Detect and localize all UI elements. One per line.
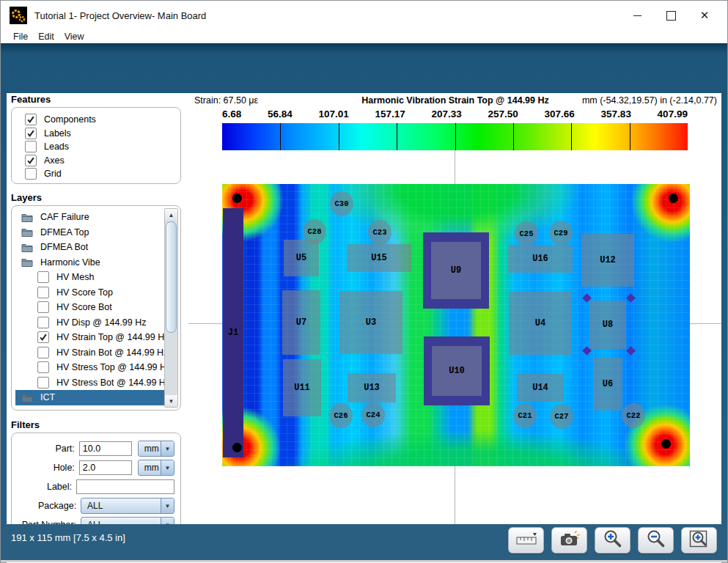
layer-row-caf-failure[interactable]: CAF Failure [15,210,177,225]
measure-button[interactable] [508,527,544,553]
checkbox-icon[interactable] [37,377,49,389]
component-u15[interactable]: U15 [347,244,411,272]
layer-row-hv-disp-144-99-hz[interactable]: HV Disp @ 144.99 Hz [15,315,177,331]
checkbox-icon[interactable] [37,301,49,313]
axis-line-left [188,323,222,324]
component-u12[interactable]: U12 [581,234,634,287]
checkbox-icon[interactable] [25,141,37,152]
layer-row-hv-strain-top-144-99-hz[interactable]: HV Strain Top @ 144.99 Hz [15,330,177,345]
layer-row-ict[interactable]: ICT [15,390,177,405]
scale-tick-label: 56.84 [268,108,293,119]
checkbox-icon[interactable] [37,361,49,373]
view-toolbar [508,527,717,553]
component-u4[interactable]: U4 [509,292,572,355]
layer-row-partial[interactable] [15,405,177,407]
feature-row-axes[interactable]: Axes [25,154,180,168]
zoom-extents-button[interactable] [681,527,717,553]
menu-item-file[interactable]: File [8,32,33,42]
layer-row-harmonic-vibe[interactable]: Harmonic Vibe [15,255,177,271]
component-u11[interactable]: U11 [283,359,321,416]
strain-heatmap-board[interactable]: J1U5U15U16U12U9U7U3U4U8U10U11U13U14U6C30… [222,184,690,466]
checkbox-icon[interactable] [37,331,49,343]
component-c28[interactable]: C28 [303,219,326,244]
layer-label: HV Strain Bot @ 144.99 Hz [56,347,168,358]
layer-row-hv-strain-bot-144-99-hz[interactable]: HV Strain Bot @ 144.99 Hz [15,345,177,361]
title-bar: Tutorial 1- Project Overview- Main Board… [1,1,727,30]
component-c26[interactable]: C26 [329,403,353,428]
component-u10[interactable]: U10 [424,336,490,405]
component-u8[interactable]: U8 [589,301,626,349]
feature-row-grid[interactable]: Grid [25,167,180,181]
feature-row-components[interactable]: Components [25,113,180,127]
zoom-out-icon [646,529,666,552]
component-u9[interactable]: U9 [423,232,489,309]
checkbox-icon[interactable] [25,128,37,139]
checkbox-icon[interactable] [37,317,49,328]
chevron-down-icon: ▼ [161,498,174,513]
menu-item-edit[interactable]: Edit [33,32,59,42]
snapshot-button[interactable] [551,527,587,553]
component-c29[interactable]: C29 [549,221,573,246]
component-c22[interactable]: C22 [622,403,645,428]
filter-input-label[interactable] [76,479,174,494]
layers-scrollbar[interactable]: ▲ ▼ [164,208,178,408]
feature-row-leads[interactable]: Leads [25,140,180,154]
component-u7[interactable]: U7 [282,290,320,355]
unit-dropdown-part[interactable]: mm▼ [138,441,174,457]
features-title: Features [11,94,51,105]
component-u6[interactable]: U6 [593,358,622,411]
minimize-button[interactable] [620,1,654,30]
unit-value: mm [139,463,161,473]
component-u13[interactable]: U13 [348,373,396,402]
scale-tick-label: 6.68 [222,108,241,119]
layer-label: CAF Failure [40,212,89,222]
checkbox-icon[interactable] [37,271,49,283]
checkbox-icon[interactable] [37,347,49,358]
component-u16[interactable]: U16 [508,245,573,273]
checkbox-icon[interactable] [25,155,37,166]
component-c23[interactable]: C23 [368,220,391,245]
filter-row-hole: Hole:mm▼ [18,458,174,477]
feature-row-labels[interactable]: Labels [25,127,180,141]
menu-item-view[interactable]: View [59,32,89,42]
checkbox-icon[interactable] [37,287,49,298]
scroll-up-icon[interactable]: ▲ [165,209,177,221]
component-c24[interactable]: C24 [361,402,385,427]
layer-row-hv-mesh[interactable]: HV Mesh [15,270,177,285]
layer-row-hv-stress-top-144-99-hz[interactable]: HV Stress Top @ 144.99 Hz [15,360,177,375]
checkbox-icon[interactable] [25,168,37,180]
filter-input-hole[interactable] [79,460,132,475]
layer-label: DFMEA Bot [40,242,88,252]
component-u14[interactable]: U14 [517,374,564,402]
component-u3[interactable]: U3 [339,291,402,354]
component-label: U5 [296,253,306,263]
component-label: U6 [603,379,613,389]
filter-select-package[interactable]: ALL▼ [81,498,174,514]
component-u5[interactable]: U5 [284,240,319,276]
component-c27[interactable]: C27 [550,404,573,429]
layer-row-hv-stress-bot-144-99-hz[interactable]: HV Stress Bot @ 144.99 Hz [15,375,177,391]
component-label: U4 [535,318,545,328]
component-label: C28 [308,227,322,236]
checkbox-icon[interactable] [25,114,37,125]
component-c25[interactable]: C25 [515,221,538,246]
component-label: U16 [532,254,548,264]
filter-input-part[interactable] [79,441,132,456]
scale-tick-label: 207.33 [432,108,462,119]
unit-dropdown-hole[interactable]: mm▼ [138,460,174,476]
zoom-out-button[interactable] [638,527,674,553]
layer-row-dfmea-top[interactable]: DFMEA Top [15,225,177,240]
layer-row-dfmea-bot[interactable]: DFMEA Bot [15,240,177,255]
scrollbar-thumb[interactable] [166,221,177,333]
layer-row-hv-score-bot[interactable]: HV Score Bot [15,300,177,315]
component-c21[interactable]: C21 [513,403,537,428]
layer-row-hv-score-top[interactable]: HV Score Top [15,285,177,301]
close-button[interactable]: ✕ [688,1,721,30]
board-dimensions-label: 191 x 115 mm [7.5 x 4.5 in] [11,532,125,543]
component-c30[interactable]: C30 [330,191,353,216]
zoom-in-button[interactable] [595,527,630,553]
component-j1[interactable]: J1 [223,208,243,457]
maximize-button[interactable] [654,1,688,30]
feature-label: Labels [44,128,71,139]
scroll-down-icon[interactable]: ▼ [165,395,177,407]
